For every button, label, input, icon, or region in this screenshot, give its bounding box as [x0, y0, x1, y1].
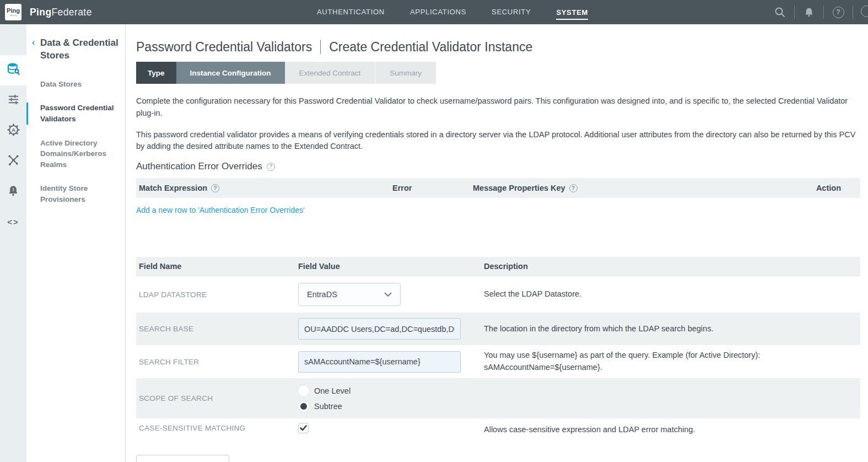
nav-system[interactable]: SYSTEM — [556, 8, 588, 20]
field-row-ldap-datastore: LDAP DATASTORE EntraDS Select the LDAP D… — [136, 276, 860, 313]
search-filter-input[interactable] — [298, 351, 461, 373]
icon-rail: A ! — [0, 24, 26, 462]
case-sensitive-checkbox[interactable] — [298, 423, 309, 433]
svg-text:A: A — [11, 127, 15, 133]
tab-instance-configuration[interactable]: Instance Configuration — [176, 62, 285, 84]
intro-paragraph-2: This password credential validator provi… — [136, 129, 860, 153]
field-label: CASE-SENSITIVE MATCHING — [139, 424, 298, 432]
rail-item-gear[interactable]: A — [0, 116, 26, 146]
radio-checked-icon[interactable] — [298, 401, 309, 412]
rail-item-data-stores[interactable] — [0, 55, 26, 85]
field-description: The location in the directory from which… — [484, 323, 765, 335]
rail-item-connections[interactable] — [0, 146, 26, 176]
tab-extended-contract: Extended Contract — [285, 62, 376, 84]
field-description: Allows case-sensitive expression and LDA… — [484, 424, 765, 436]
chevron-down-icon — [384, 289, 392, 299]
field-col-description: Description — [484, 262, 860, 271]
radio-option-subtree[interactable]: Subtree — [298, 401, 484, 412]
field-row-scope-of-search: SCOPE OF SEARCH One Level Subtree — [136, 378, 860, 418]
aeo-col-error: Error — [392, 184, 473, 192]
sliders-icon — [7, 93, 20, 108]
help-icon[interactable]: ? — [832, 6, 845, 19]
help-icon[interactable]: ? — [211, 184, 219, 192]
scope-radio-group: One Level Subtree — [298, 379, 484, 418]
aeo-heading-text: Authentication Error Overrides — [136, 161, 262, 172]
radio-unchecked-icon[interactable] — [298, 385, 309, 396]
app-title-rest: Federate — [52, 7, 92, 18]
field-label: SEARCH BASE — [139, 325, 298, 333]
main-content: Password Credential ValidatorsCreate Cre… — [126, 24, 868, 462]
field-label: SEARCH FILTER — [139, 358, 298, 366]
icon-divider — [823, 6, 824, 19]
rail-item-sliders[interactable] — [0, 85, 26, 116]
sidebar-item-password-credential-validators[interactable]: Password Credential Validators — [26, 103, 125, 124]
sidebar-title[interactable]: Data & Credential Stores — [40, 37, 118, 62]
icon-divider — [853, 6, 853, 19]
partial-user-icon[interactable] — [861, 6, 868, 19]
database-key-icon — [6, 62, 21, 79]
icon-divider — [794, 6, 795, 19]
checkmark-icon — [300, 425, 307, 431]
sidebar-item-identity-store-provisioners[interactable]: Identity Store Provisioners — [26, 183, 125, 205]
page-title-subsection: Create Credential Validator Instance — [329, 40, 532, 54]
help-icon[interactable]: ? — [569, 184, 578, 192]
app-title-bold: Ping — [30, 7, 52, 18]
nav-applications[interactable]: APPLICATIONS — [410, 8, 466, 17]
node-link-icon — [7, 154, 20, 169]
top-navigation: AUTHENTICATION APPLICATIONS SECURITY SYS… — [317, 0, 588, 24]
radio-option-one-level[interactable]: One Level — [298, 385, 484, 396]
code-brackets-icon: <> — [7, 217, 19, 227]
field-label: LDAP DATASTORE — [139, 291, 298, 299]
title-divider — [320, 40, 321, 54]
field-description: Select the LDAP Datastore. — [484, 288, 765, 300]
app-title: PingFederate — [30, 7, 92, 18]
aeo-col-action: Action — [816, 184, 841, 192]
search-icon[interactable] — [773, 6, 786, 19]
ping-logo: Ping Identity — [5, 4, 21, 20]
aeo-col-message-properties-key: Message Properties Key ? — [473, 184, 816, 192]
aeo-table-header: Match Expression ? Error Message Propert… — [136, 178, 860, 198]
help-icon[interactable]: ? — [267, 163, 275, 171]
manage-data-stores-button[interactable]: Manage Data Stores — [136, 455, 229, 462]
ping-logo-subtext: Identity — [10, 14, 17, 17]
sidebar: ‹ Data & Credential Stores Data Stores P… — [26, 24, 126, 462]
field-row-case-sensitive-matching: CASE-SENSITIVE MATCHING Allows case-sens… — [136, 418, 860, 446]
aeo-col-match-expression: Match Expression ? — [139, 184, 392, 192]
rail-item-code[interactable]: <> — [0, 207, 26, 237]
tab-summary: Summary — [375, 62, 436, 84]
rail-item-alerts[interactable]: ! — [0, 176, 26, 207]
page-title: Password Credential ValidatorsCreate Cre… — [136, 40, 860, 55]
topbar-icons: ? — [773, 0, 868, 24]
nav-authentication[interactable]: AUTHENTICATION — [317, 8, 385, 17]
svg-text:!: ! — [12, 187, 14, 192]
help-icon-glyph: ? — [833, 7, 844, 18]
add-row-link[interactable]: Add a new row to 'Authentication Error O… — [136, 206, 305, 214]
footer-actions: Manage Data Stores Show Advanced Fields — [136, 455, 860, 462]
sidebar-item-data-stores[interactable]: Data Stores — [26, 79, 125, 90]
field-row-search-base: SEARCH BASE The location in the director… — [136, 313, 860, 345]
field-col-name: Field Name — [139, 262, 298, 271]
search-base-input[interactable] — [298, 318, 461, 340]
page-title-section: Password Credential Validators — [136, 40, 312, 54]
nav-security[interactable]: SECURITY — [492, 8, 531, 17]
field-row-search-filter: SEARCH FILTER You may use ${username} as… — [136, 345, 860, 378]
tab-type[interactable]: Type — [136, 62, 176, 84]
wizard-tabs: Type Instance Configuration Extended Con… — [136, 62, 860, 84]
field-col-value: Field Value — [298, 262, 484, 271]
field-table-header: Field Name Field Value Description — [136, 257, 860, 276]
field-label: SCOPE OF SEARCH — [139, 394, 298, 402]
field-description: You may use ${username} as part of the q… — [484, 350, 765, 374]
top-bar: Ping Identity PingFederate AUTHENTICATIO… — [0, 0, 868, 24]
gear-a-icon: A — [7, 123, 20, 139]
bell-alert-icon: ! — [7, 185, 19, 199]
back-chevron-icon[interactable]: ‹ — [32, 37, 35, 47]
bell-icon[interactable] — [802, 6, 816, 19]
selected-value: EntraDS — [307, 290, 337, 299]
sidebar-item-active-directory[interactable]: Active Directory Domains/Kerberos Realms — [26, 138, 125, 170]
ping-logo-text: Ping — [7, 8, 20, 14]
intro-paragraph-1: Complete the configuration necessary for… — [136, 95, 860, 120]
aeo-section-heading: Authentication Error Overrides ? — [136, 161, 860, 172]
ldap-datastore-select[interactable]: EntraDS — [298, 283, 401, 306]
